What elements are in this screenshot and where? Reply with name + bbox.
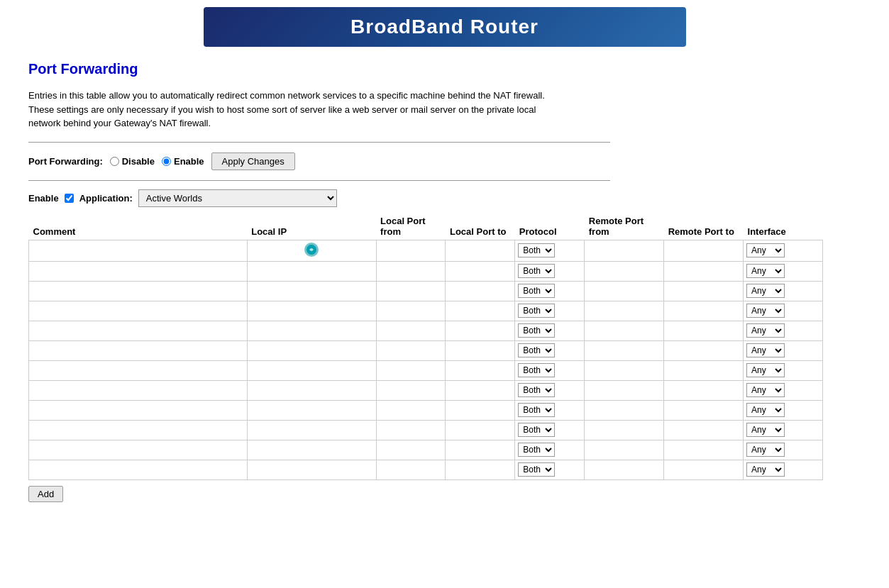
protocol-select-7[interactable]: BothTCPUDP	[518, 383, 555, 397]
comment-input-4[interactable]	[32, 326, 244, 336]
remote-port-from-9[interactable]	[587, 426, 661, 436]
remote-port-from-10[interactable]	[587, 445, 661, 455]
local-port-to-7[interactable]	[448, 386, 512, 396]
local-port-from-9[interactable]	[380, 426, 443, 436]
interface-select-2[interactable]: AnyWANLAN	[746, 284, 785, 298]
local-port-from-1[interactable]	[380, 267, 443, 277]
comment-input-3[interactable]	[32, 306, 244, 316]
protocol-select-4[interactable]: BothTCPUDP	[518, 323, 555, 338]
protocol-select-10[interactable]: BothTCPUDP	[518, 443, 555, 457]
interface-select-8[interactable]: AnyWANLAN	[746, 403, 785, 417]
protocol-select-0[interactable]: BothTCPUDP	[518, 243, 555, 257]
remote-port-to-6[interactable]	[667, 366, 740, 376]
local-port-to-10[interactable]	[448, 445, 512, 455]
remote-port-from-7[interactable]	[587, 386, 661, 396]
enable-checkbox[interactable]	[65, 194, 74, 203]
comment-input-5[interactable]	[32, 346, 244, 356]
local-ip-input-7[interactable]	[250, 386, 373, 396]
local-ip-input-2[interactable]	[250, 287, 373, 296]
interface-select-5[interactable]: AnyWANLAN	[746, 343, 785, 357]
local-port-to-9[interactable]	[448, 426, 512, 436]
local-port-to-2[interactable]	[448, 287, 512, 296]
local-port-from-4[interactable]	[380, 326, 443, 336]
local-port-from-2[interactable]	[380, 287, 443, 296]
remote-port-from-8[interactable]	[587, 406, 661, 416]
local-ip-input-6[interactable]	[250, 366, 373, 376]
remote-port-from-5[interactable]	[587, 346, 661, 356]
local-ip-input-1[interactable]	[250, 267, 373, 277]
local-port-from-10[interactable]	[380, 445, 443, 455]
interface-select-1[interactable]: AnyWANLAN	[746, 264, 785, 278]
local-port-from-3[interactable]	[380, 306, 443, 316]
local-port-from-5[interactable]	[380, 346, 443, 356]
remote-port-from-0[interactable]	[587, 246, 661, 256]
local-port-to-4[interactable]	[448, 326, 512, 336]
remote-port-from-1[interactable]	[587, 267, 661, 277]
remote-port-from-2[interactable]	[587, 287, 661, 296]
interface-select-7[interactable]: AnyWANLAN	[746, 383, 785, 397]
local-port-from-7[interactable]	[380, 386, 443, 396]
local-port-to-6[interactable]	[448, 366, 512, 376]
apply-changes-button[interactable]: Apply Changes	[211, 152, 295, 170]
protocol-select-3[interactable]: BothTCPUDP	[518, 304, 555, 318]
comment-input-0[interactable]	[32, 246, 244, 256]
remote-port-from-6[interactable]	[587, 366, 661, 376]
protocol-select-11[interactable]: BothTCPUDP	[518, 462, 555, 477]
comment-input-8[interactable]	[32, 406, 244, 416]
enable-radio[interactable]	[162, 157, 171, 166]
local-ip-input-4[interactable]	[250, 326, 373, 336]
protocol-select-8[interactable]: BothTCPUDP	[518, 403, 555, 417]
interface-select-4[interactable]: AnyWANLAN	[746, 323, 785, 338]
remote-port-from-4[interactable]	[587, 326, 661, 336]
comment-input-7[interactable]	[32, 386, 244, 396]
protocol-select-6[interactable]: BothTCPUDP	[518, 363, 555, 377]
interface-select-3[interactable]: AnyWANLAN	[746, 304, 785, 318]
remote-port-to-4[interactable]	[667, 326, 740, 336]
remote-port-from-3[interactable]	[587, 306, 661, 316]
comment-input-10[interactable]	[32, 445, 244, 455]
comment-input-1[interactable]	[32, 267, 244, 277]
local-port-to-1[interactable]	[448, 267, 512, 277]
comment-input-6[interactable]	[32, 366, 244, 376]
remote-port-to-1[interactable]	[667, 267, 740, 277]
local-ip-input-11[interactable]	[250, 465, 373, 475]
local-port-to-5[interactable]	[448, 346, 512, 356]
local-ip-input-5[interactable]	[250, 346, 373, 356]
remote-port-to-5[interactable]	[667, 346, 740, 356]
interface-select-0[interactable]: AnyWANLAN	[746, 243, 785, 257]
remote-port-to-7[interactable]	[667, 386, 740, 396]
disable-radio[interactable]	[110, 157, 119, 166]
remote-port-to-3[interactable]	[667, 306, 740, 316]
disable-radio-label[interactable]: Disable	[110, 156, 155, 167]
remote-port-to-9[interactable]	[667, 426, 740, 436]
remote-port-to-10[interactable]	[667, 445, 740, 455]
remote-port-from-11[interactable]	[587, 465, 661, 475]
local-ip-input-9[interactable]	[250, 426, 373, 436]
local-port-to-11[interactable]	[448, 465, 512, 475]
local-port-to-3[interactable]	[448, 306, 512, 316]
comment-input-11[interactable]	[32, 465, 244, 475]
protocol-select-1[interactable]: BothTCPUDP	[518, 264, 555, 278]
comment-input-2[interactable]	[32, 287, 244, 296]
protocol-select-9[interactable]: BothTCPUDP	[518, 423, 555, 437]
protocol-select-2[interactable]: BothTCPUDP	[518, 284, 555, 298]
interface-select-10[interactable]: AnyWANLAN	[746, 443, 785, 457]
add-button[interactable]: Add	[28, 486, 63, 502]
local-ip-input-8[interactable]	[250, 406, 373, 416]
remote-port-to-8[interactable]	[667, 406, 740, 416]
local-port-to-0[interactable]	[448, 246, 512, 256]
interface-select-9[interactable]: AnyWANLAN	[746, 423, 785, 437]
protocol-select-5[interactable]: BothTCPUDP	[518, 343, 555, 357]
local-port-to-8[interactable]	[448, 406, 512, 416]
local-port-from-8[interactable]	[380, 406, 443, 416]
local-ip-input-10[interactable]	[250, 445, 373, 455]
local-port-from-6[interactable]	[380, 366, 443, 376]
local-port-from-0[interactable]	[380, 246, 443, 256]
remote-port-to-11[interactable]	[667, 465, 740, 475]
local-ip-input-3[interactable]	[250, 306, 373, 316]
interface-select-11[interactable]: AnyWANLAN	[746, 462, 785, 477]
interface-select-6[interactable]: AnyWANLAN	[746, 363, 785, 377]
local-port-from-11[interactable]	[380, 465, 443, 475]
application-select[interactable]: Active WorldsAIM TalkBattle.netDNSFTPHTT…	[138, 189, 337, 207]
comment-input-9[interactable]	[32, 426, 244, 436]
